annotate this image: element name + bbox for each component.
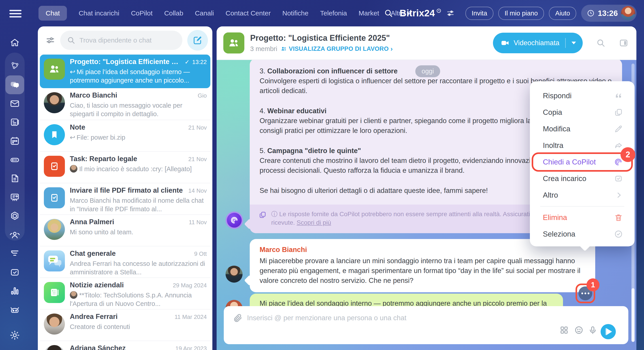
chat-item-task-legale[interactable]: Task: Reparto legale 21 Nov Il mio incar… (40, 151, 210, 183)
sidebar-item-sign[interactable] (5, 206, 24, 225)
side-panel-icon[interactable] (619, 38, 628, 48)
chat-item-marco[interactable]: Marco Bianchi Gio Ciao, ti lascio un mes… (40, 88, 210, 120)
nav-tab-copilot[interactable]: CoPilot (131, 10, 152, 17)
marco-message-bubble: Marco Bianchi Mi piacerebbe provare a la… (250, 239, 595, 292)
invite-button[interactable]: Invita (466, 7, 494, 20)
hamburger-menu-icon[interactable] (10, 10, 22, 19)
emoji-icon[interactable] (574, 326, 584, 335)
avatar (44, 92, 65, 113)
sidebar-item-home[interactable] (5, 33, 24, 52)
menu-item-altro[interactable]: Altro (530, 187, 634, 204)
learn-more-link[interactable]: Scopri di più (297, 219, 331, 226)
sidebar-item-tasks[interactable] (5, 263, 24, 282)
chat-item-andrea[interactable]: Andrea Ferrari 11 Mar 2024 Creatore di c… (40, 309, 210, 340)
video-call-button[interactable]: Videochiamata (493, 33, 583, 53)
chat-time: 19 Apr 2023 (176, 345, 207, 350)
chat-title: Notizie aziendali (70, 281, 170, 289)
nav-tab-canali[interactable]: Canali (195, 10, 214, 17)
sidebar-item-mail[interactable] (5, 94, 24, 113)
sidebar-item-feed[interactable] (5, 113, 24, 132)
calendar-icon (10, 136, 20, 146)
hexagon-sign-icon (10, 211, 20, 221)
chat-item-progetto[interactable]: Progetto: "Logistica Efficiente 20... ✓ … (40, 54, 210, 88)
message-input[interactable] (247, 312, 534, 324)
nav-tab-collab[interactable]: Collab (164, 10, 183, 17)
menu-item-rispondi[interactable]: Rispondi (530, 88, 634, 104)
chat-search (60, 31, 182, 50)
messages-scrollbar-thumb[interactable] (632, 288, 634, 342)
chat-title: Inviare il file PDF firmato al cliente (70, 186, 186, 194)
chat-title: Marco Bianchi (70, 91, 195, 99)
bitrix24-logo: Bitrix24 (400, 8, 441, 18)
chat-title: Chat generale (70, 250, 192, 258)
chat-time: 11 Nov (189, 219, 207, 226)
sidebar-item-reports[interactable] (5, 282, 24, 300)
chat-item-adriana[interactable]: Adriana Sánchez 19 Apr 2023 (40, 340, 210, 350)
menu-divider (540, 206, 624, 206)
task-checkbox-icon (614, 174, 623, 183)
sidebar-item-drive[interactable] (5, 150, 24, 169)
sidebar-item-crm[interactable] (5, 244, 24, 263)
marco-avatar[interactable] (226, 266, 242, 283)
sidebar-item-employees[interactable] (5, 225, 24, 244)
menu-item-crea-incarico[interactable]: Crea incarico (530, 170, 634, 187)
sidebar-item-whiteboard[interactable] (5, 188, 24, 206)
worktime-widget[interactable]: 13:26 (581, 5, 636, 22)
nav-tab-chat-incarichi[interactable]: Chat incarichi (78, 10, 119, 17)
message-text: Mi piacerebbe provare a lanciare un mini… (260, 256, 585, 286)
chat-search-input[interactable] (80, 36, 176, 44)
menu-item-chiedi-a-copilot[interactable]: Chiedi a CoPilot (530, 154, 634, 170)
sidebar-item-calendar[interactable] (5, 132, 24, 150)
sidebar-item-documents[interactable] (5, 169, 24, 188)
my-plan-button[interactable]: Il mio piano (498, 7, 544, 20)
nav-tab-contact-center[interactable]: Contact Center (226, 10, 271, 17)
avatar (44, 345, 65, 350)
sidebar-item-settings[interactable] (5, 326, 24, 345)
document-icon (10, 173, 20, 184)
sidebar-item-copilot[interactable] (5, 56, 24, 75)
user-avatar[interactable] (621, 6, 635, 20)
view-workgroup-link[interactable]: VISUALIZZA GRUPPO DI LAVORO › (280, 45, 393, 52)
copilot-avatar[interactable] (226, 212, 243, 229)
nav-tab-telefonia[interactable]: Telefonia (320, 10, 347, 17)
menu-item-elimina[interactable]: Elimina (530, 209, 634, 226)
sidebar-item-messenger[interactable] (5, 76, 24, 94)
clock-badge-icon (436, 8, 441, 13)
send-button[interactable] (600, 324, 616, 339)
new-chat-button[interactable] (187, 30, 208, 50)
nav-tab-chat[interactable]: Chat (38, 6, 67, 20)
chat-title: Adriana Sánchez (70, 344, 173, 350)
search-icon (67, 36, 76, 44)
sidebar-item-automation[interactable] (5, 300, 24, 319)
sliders-icon[interactable] (446, 9, 455, 18)
nav-tab-market[interactable]: Market (359, 10, 379, 17)
help-button[interactable]: Aiuto (549, 7, 576, 20)
chat-item-chat-generale[interactable]: Chat generale 9 Ott Andrea Ferrari ha co… (40, 246, 210, 278)
search-icon[interactable] (384, 9, 393, 18)
menu-item-copia[interactable]: Copia (530, 104, 634, 120)
microphone-icon[interactable] (588, 326, 598, 335)
chat-title: Progetto: "Logistica Efficiente 20... (70, 58, 182, 66)
nav-tab-notifiche[interactable]: Notifiche (282, 10, 308, 17)
menu-item-inoltra[interactable]: Inoltra (530, 137, 634, 154)
whiteboard-icon (10, 192, 20, 202)
funnel-icon (10, 248, 20, 258)
attach-file-icon[interactable] (233, 313, 243, 323)
members-count[interactable]: 3 membri (250, 45, 277, 52)
chat-item-note[interactable]: Note 21 Nov ↩File: power bi.zip (40, 120, 210, 151)
chat-item-notizie[interactable]: Notizie aziendali 29 Mag 2024 **Titolo: … (40, 278, 210, 309)
chat-item-pdf[interactable]: Inviare il file PDF firmato al cliente 1… (40, 183, 210, 214)
menu-item-modifica[interactable]: Modifica (530, 120, 634, 137)
chevron-down-icon[interactable] (572, 42, 576, 44)
menu-item-seleziona[interactable]: Seleziona (530, 226, 634, 242)
chat-item-anna[interactable]: Anna Palmeri 11 Nov Mi sono unito al tea… (40, 214, 210, 246)
apps-grid-icon[interactable] (560, 326, 569, 335)
filter-icon[interactable] (46, 35, 55, 45)
divider (565, 38, 566, 48)
search-in-chat-icon[interactable] (596, 38, 606, 48)
chat-preview: Mi sono unito al team. (70, 228, 207, 236)
bitrix24-logo-text: Bitrix24 (400, 8, 435, 18)
chat-items-list: Progetto: "Logistica Efficiente 20... ✓ … (40, 54, 210, 350)
group-chat-avatar[interactable] (223, 32, 244, 54)
chevron-right-icon: › (390, 45, 393, 52)
